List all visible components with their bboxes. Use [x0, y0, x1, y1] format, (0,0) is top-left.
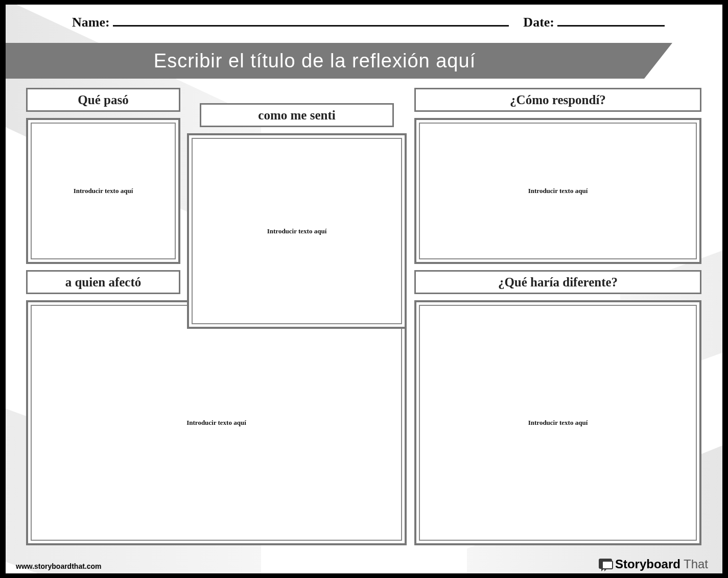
footer-url: www.storyboardthat.com — [16, 562, 102, 570]
section-box-inner: Introducir texto aquí — [31, 305, 402, 541]
footer-logo: StoryboardThat — [599, 557, 708, 571]
section-label-text: ¿Cómo respondí? — [510, 93, 606, 107]
section-label-what-happened: Qué pasó — [26, 88, 180, 112]
placeholder-text: Introducir texto aquí — [267, 227, 327, 235]
date-input-line[interactable] — [557, 15, 665, 27]
name-input-line[interactable] — [113, 15, 509, 27]
section-box-what-happened[interactable]: Introducir texto aquí — [26, 118, 180, 264]
title-banner[interactable]: Escribir el título de la reflexión aquí — [6, 43, 644, 79]
section-box-inner: Introducir texto aquí — [419, 305, 697, 541]
name-label: Name: — [72, 15, 110, 30]
brand-name-thin: That — [684, 557, 708, 571]
section-box-would-do-different[interactable]: Introducir texto aquí — [414, 300, 701, 545]
section-box-inner: Introducir texto aquí — [192, 138, 402, 324]
section-label-who-affected: a quien afectó — [26, 270, 180, 294]
date-label: Date: — [523, 15, 554, 30]
section-label-text: ¿Qué haría diferente? — [498, 275, 618, 290]
section-label-text: a quien afectó — [65, 275, 142, 290]
section-box-inner: Introducir texto aquí — [419, 123, 697, 259]
section-label-how-i-responded: ¿Cómo respondí? — [414, 88, 701, 112]
section-label-text: Qué pasó — [78, 93, 128, 107]
section-box-who-affected[interactable]: Introducir texto aquí — [26, 300, 407, 545]
section-box-how-i-felt[interactable]: Introducir texto aquí — [187, 133, 407, 329]
section-box-how-i-responded[interactable]: Introducir texto aquí — [414, 118, 701, 264]
placeholder-text: Introducir texto aquí — [528, 419, 588, 427]
section-label-text: como me senti — [258, 108, 335, 123]
placeholder-text: Introducir texto aquí — [528, 187, 588, 195]
placeholder-text: Introducir texto aquí — [186, 419, 246, 427]
section-label-how-i-felt: como me senti — [200, 103, 394, 127]
speech-bubble-icon — [599, 559, 612, 570]
brand-name-bold: Storyboard — [615, 557, 680, 571]
section-label-would-do-different: ¿Qué haría diferente? — [414, 270, 701, 294]
section-box-inner: Introducir texto aquí — [31, 123, 176, 259]
placeholder-text: Introducir texto aquí — [74, 187, 133, 195]
